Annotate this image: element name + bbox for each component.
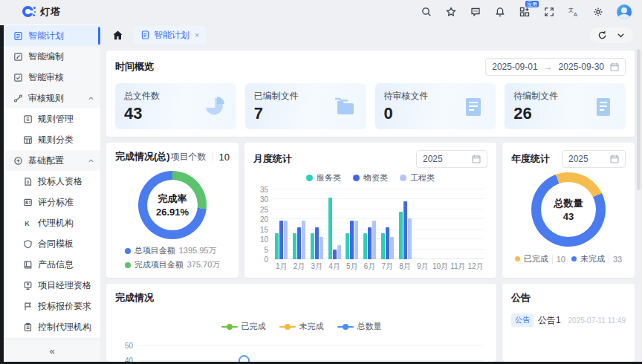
x-axis-label: 1月 (273, 259, 291, 270)
apps-icon[interactable]: 应用 (519, 6, 531, 18)
doc-list-icon (461, 95, 485, 119)
tab-close-icon[interactable]: × (195, 30, 199, 39)
notice-item[interactable]: 公告 公告1 2025-07-11 11:49 (511, 313, 626, 327)
bar-工程类 (284, 221, 288, 259)
legend-value: 10 (557, 255, 565, 264)
search-icon[interactable] (421, 6, 432, 18)
trend-data-point (239, 355, 250, 362)
legend-item[interactable]: 完成项目金额375.70万 (125, 259, 221, 270)
chevron-down-icon[interactable] (616, 30, 626, 40)
settings-icon[interactable] (592, 6, 604, 18)
user-avatar[interactable] (617, 4, 632, 19)
legend-label: 总数量 (357, 321, 382, 332)
yearly-year-picker[interactable]: 2025 (562, 150, 626, 168)
legend-dot (353, 175, 360, 181)
sidebar-subitem-score-standard[interactable]: 评分标准 (4, 192, 100, 212)
sidebar-collapse-button[interactable]: « (4, 339, 100, 362)
legend-label: 已完成 (241, 321, 266, 332)
legend-label: 已完成 (524, 253, 548, 264)
bar-物资类 (297, 227, 301, 259)
pie-chart-icon (202, 95, 226, 119)
monthly-stats-card: 月度统计 2025 服务类物资类工程类 05101520253035 1月2月3… (244, 143, 496, 278)
star-icon[interactable] (445, 6, 457, 18)
sidebar-item-review-rules[interactable]: 审核规则 (4, 88, 100, 108)
calendar-icon (610, 62, 619, 71)
bar-物资类 (386, 227, 389, 259)
sidebar-subitem-control-agency[interactable]: 控制代理机构 (4, 316, 100, 337)
b-square-icon: B (23, 114, 33, 124)
bar-group-12月 (467, 189, 484, 259)
yearly-donut-chart: 总数量 43 (531, 172, 606, 247)
sidebar-subitem-pm-qualification[interactable]: 项目经理资格 (4, 275, 100, 296)
tab-bar: 智能计划 × (100, 24, 642, 46)
page-scrollbar[interactable] (637, 49, 641, 190)
message-icon[interactable] (470, 6, 482, 18)
yearly-stats-card: 年度统计 2025 总数量 43 (502, 143, 635, 278)
sidebar-subitem-agency[interactable]: K代理机构 (4, 212, 100, 233)
svg-text:K: K (25, 220, 30, 227)
bar-groups (273, 189, 484, 259)
tab-smart-plan[interactable]: 智能计划 × (134, 26, 207, 45)
sidebar-subitem-bidder-qualification[interactable]: 投标人资格 (4, 171, 100, 192)
sidebar-item-base-config[interactable]: 基础配置 (4, 150, 100, 171)
completion-total-card: 完成情况(总) 项目个数 10 完成率 26.91% (106, 143, 239, 278)
legend-item[interactable]: 未完成 (279, 321, 324, 332)
sidebar-submenu-base-config: 投标人资格评分标准K代理机构合同模板产品信息项目经理资格投标报价要求控制代理机构 (4, 171, 100, 337)
y-axis-tick: 15 (253, 225, 268, 233)
legend-label: 总项目金额 (134, 245, 175, 256)
legend-dot (125, 248, 131, 254)
sidebar-item-label: 审核规则 (28, 92, 64, 105)
bar-group-2月 (291, 189, 308, 259)
notice-badge: 公告 (511, 313, 534, 327)
sidebar-item-smart-compile[interactable]: 智能编制 (4, 46, 100, 67)
bar-group-8月 (396, 189, 414, 259)
refresh-icon[interactable] (597, 30, 607, 40)
sidebar-item-smart-review[interactable]: 智能审核 (4, 67, 100, 88)
fullscreen-icon[interactable] (543, 6, 555, 18)
bar-服务类 (275, 233, 279, 259)
app-logo: 灯塔 (22, 5, 61, 19)
x-axis-label: 4月 (325, 259, 343, 270)
stat-card-doc-text: 待编制文件26 (505, 83, 626, 129)
sidebar-subitem-contract-template[interactable]: 合同模板 (4, 233, 100, 254)
legend-item[interactable]: 总数量 (337, 321, 382, 332)
legend-label: 服务类 (317, 172, 341, 183)
legend-dot (571, 256, 577, 261)
x-axis-label: 8月 (396, 259, 414, 270)
legend-item[interactable]: 工程类 (400, 172, 435, 183)
date-end: 2025-09-30 (559, 62, 604, 72)
sidebar-subitem-rule-class[interactable]: 规则分类 (4, 129, 100, 150)
legend-item[interactable]: 已完成 (221, 321, 266, 332)
legend-item[interactable]: 服务类 (306, 172, 341, 183)
date-range-picker[interactable]: 2025-09-01 → 2025-09-30 (485, 58, 626, 76)
legend-item[interactable]: 总项目金额1395.95万 (125, 245, 221, 256)
x-axis-label: 12月 (467, 259, 484, 270)
translate-icon[interactable]: 文A (568, 6, 580, 18)
sidebar-subitem-rule-manage[interactable]: B规则管理 (4, 108, 100, 129)
legend-item[interactable]: 未完成33 (571, 253, 622, 264)
legend-item[interactable]: 已完成10 (515, 253, 565, 264)
sidebar-item-label: 评分标准 (38, 196, 74, 209)
sidebar-subitem-product-info[interactable]: 产品信息 (4, 254, 100, 275)
sidebar-subitem-bid-price-require[interactable]: 投标报价要求 (4, 296, 100, 316)
svg-text:A: A (574, 12, 577, 17)
sidebar-item-smart-plan[interactable]: 智能计划 (4, 25, 100, 46)
legend-item[interactable]: 物资类 (353, 172, 388, 183)
bar-物资类 (403, 201, 407, 259)
bell-icon[interactable] (494, 6, 506, 18)
bar-group-10月 (432, 189, 450, 259)
completion-donut-chart: 完成率 26.91% (138, 171, 207, 239)
bar-服务类 (399, 212, 403, 259)
sidebar-item-label: 项目经理资格 (38, 279, 91, 292)
legend-value: 375.70万 (187, 259, 221, 270)
legend-dot (515, 256, 520, 261)
home-icon[interactable] (112, 30, 123, 41)
tab-tools (590, 27, 633, 43)
monthly-year-picker[interactable]: 2025 (416, 150, 487, 168)
app-window: 灯塔 应用文A 智能计划智能编制智能审核审核规则B规则管理规则分类基础配置投标人… (0, 0, 642, 364)
sidebar-item-label: 智能审核 (28, 71, 64, 84)
total-count-label: 总数量 (554, 197, 583, 210)
notice-text: 公告1 (538, 314, 561, 327)
y-axis-tick: 10 (253, 235, 268, 244)
tab-doc-icon (141, 30, 150, 39)
